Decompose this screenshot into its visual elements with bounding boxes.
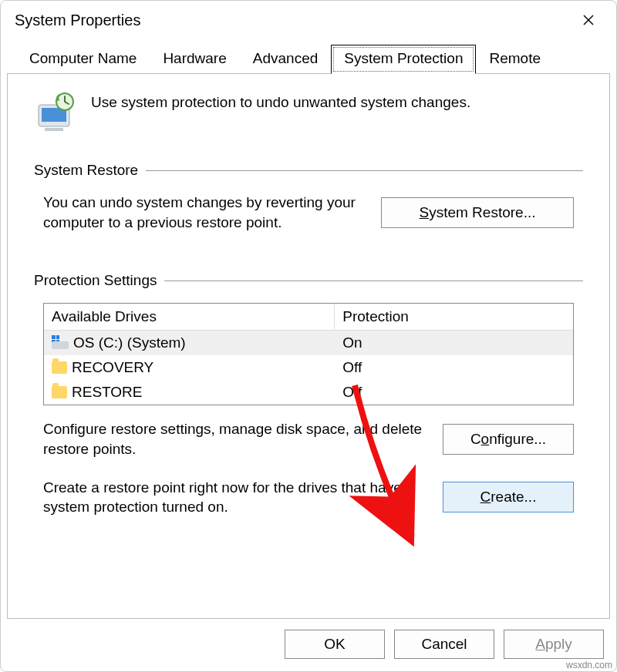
drive-protection: On: [335, 333, 573, 353]
folder-icon: [52, 386, 67, 398]
cancel-button[interactable]: Cancel: [394, 630, 494, 659]
tab-content: Use system protection to undo unwanted s…: [7, 74, 610, 619]
drive-protection: Off: [335, 382, 573, 402]
tab-computer-name[interactable]: Computer Name: [16, 45, 150, 74]
configure-desc: Configure restore settings, manage disk …: [43, 419, 430, 459]
tab-system-protection[interactable]: System Protection: [331, 45, 476, 74]
col-protection[interactable]: Protection: [335, 304, 573, 330]
configure-button[interactable]: Configure...: [443, 424, 574, 455]
intro-text: Use system protection to undo unwanted s…: [91, 91, 470, 111]
group-system-restore: System Restore: [34, 162, 583, 179]
folder-icon: [52, 361, 67, 374]
drive-protection: Off: [335, 358, 573, 378]
system-restore-icon: [34, 91, 77, 134]
tabstrip: Computer Name Hardware Advanced System P…: [7, 36, 610, 74]
close-button[interactable]: [573, 8, 604, 32]
divider: [146, 170, 583, 171]
drive-row-os[interactable]: OS (C:) (System) On: [44, 331, 573, 355]
drive-row-restore[interactable]: RESTORE Off: [44, 380, 573, 405]
system-restore-button[interactable]: System Restore...: [381, 197, 574, 228]
drive-name: RECOVERY: [72, 359, 153, 376]
group-protection-settings-label: Protection Settings: [34, 272, 157, 289]
system-restore-row: You can undo system changes by reverting…: [34, 193, 583, 255]
svg-rect-4: [45, 128, 63, 131]
close-icon: [583, 15, 594, 25]
tab-remote[interactable]: Remote: [476, 45, 554, 74]
watermark: wsxdn.com: [566, 660, 612, 670]
system-restore-button-rest: ystem Restore...: [429, 204, 535, 220]
create-desc: Create a restore point right now for the…: [43, 478, 430, 517]
group-system-restore-label: System Restore: [34, 162, 138, 179]
apply-button[interactable]: Apply: [504, 630, 604, 659]
titlebar: System Properties: [1, 1, 616, 36]
drive-name: RESTORE: [72, 384, 143, 401]
drive-name: OS (C:) (System): [73, 334, 186, 351]
window-title: System Properties: [15, 12, 140, 29]
group-protection-settings: Protection Settings: [34, 272, 583, 289]
create-row: Create a restore point right now for the…: [34, 470, 583, 517]
col-available-drives[interactable]: Available Drives: [44, 304, 335, 330]
system-restore-desc: You can undo system changes by reverting…: [43, 193, 369, 232]
tab-advanced[interactable]: Advanced: [240, 45, 332, 74]
create-button[interactable]: Create...: [443, 482, 574, 512]
drive-row-recovery[interactable]: RECOVERY Off: [44, 355, 573, 380]
divider: [164, 281, 583, 281]
tab-hardware[interactable]: Hardware: [150, 45, 239, 74]
dialog-footer: OK Cancel Apply: [1, 619, 616, 671]
drives-header: Available Drives Protection: [44, 304, 573, 331]
ok-button[interactable]: OK: [285, 630, 385, 659]
configure-row: Configure restore settings, manage disk …: [34, 419, 583, 459]
intro-row: Use system protection to undo unwanted s…: [34, 91, 583, 134]
system-properties-window: System Properties Computer Name Hardware…: [0, 0, 617, 672]
drives-table[interactable]: Available Drives Protection OS (C:) (Sys…: [43, 303, 574, 405]
system-drive-icon: [52, 337, 69, 349]
